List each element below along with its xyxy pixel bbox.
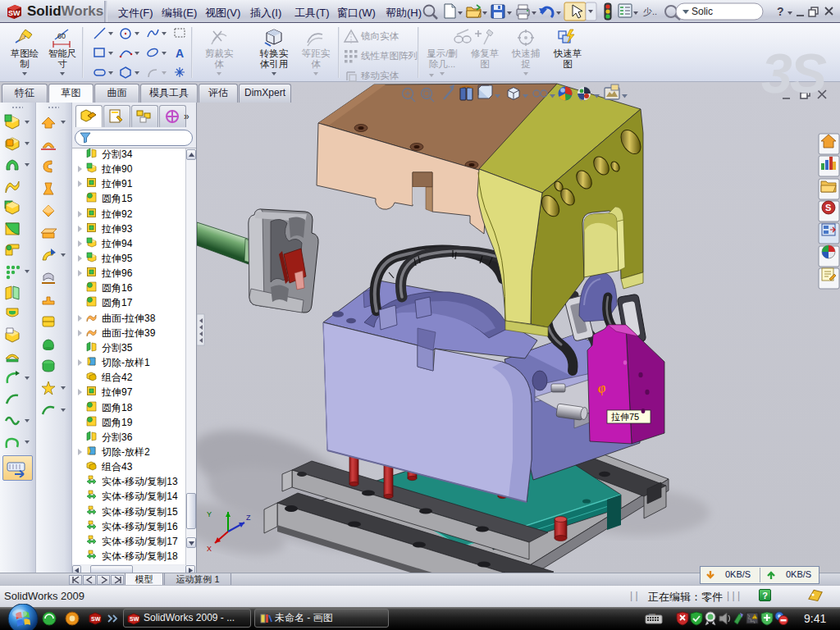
svg-text:xxxx: xxxx xyxy=(649,612,655,616)
svg-text:A: A xyxy=(176,47,184,60)
svg-text:60: 60 xyxy=(57,32,66,40)
svg-text:!: ! xyxy=(754,614,755,619)
svg-text:Y: Y xyxy=(207,510,212,518)
svg-text:少..: 少.. xyxy=(643,7,657,16)
svg-text:S: S xyxy=(825,203,831,212)
svg-text:SW: SW xyxy=(8,9,21,17)
svg-text:X: X xyxy=(207,545,212,553)
svg-text:?: ? xyxy=(777,5,784,18)
svg-text:拉伸75: 拉伸75 xyxy=(611,412,639,422)
svg-text:Solic: Solic xyxy=(692,6,713,17)
svg-text:Z: Z xyxy=(246,514,251,522)
svg-text:SW: SW xyxy=(130,616,139,622)
svg-text:SW: SW xyxy=(91,616,101,622)
